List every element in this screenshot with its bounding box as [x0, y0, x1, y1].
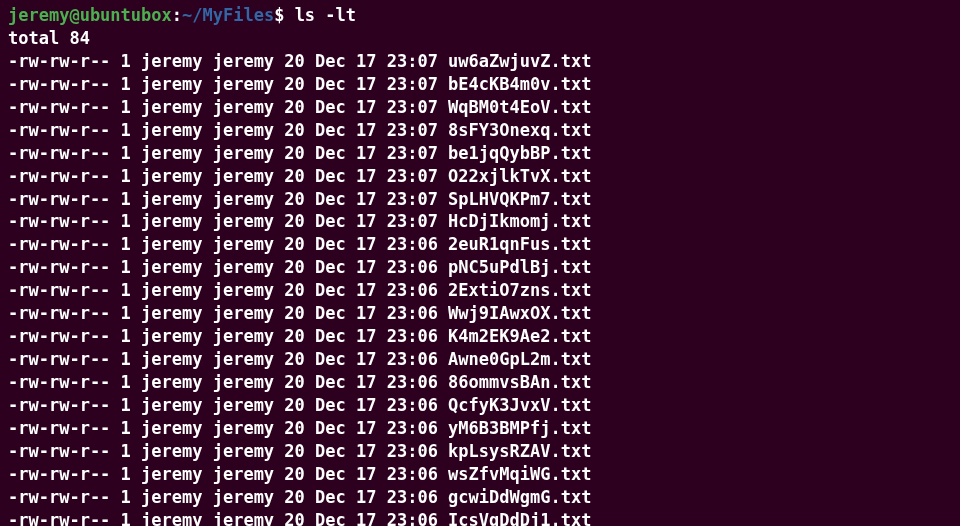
file-row: -rw-rw-r-- 1 jeremy jeremy 20 Dec 17 23:…: [8, 233, 952, 256]
file-row: -rw-rw-r-- 1 jeremy jeremy 20 Dec 17 23:…: [8, 256, 952, 279]
file-row: -rw-rw-r-- 1 jeremy jeremy 20 Dec 17 23:…: [8, 188, 952, 211]
cwd-path: ~/MyFiles: [182, 5, 274, 25]
file-row: -rw-rw-r-- 1 jeremy jeremy 20 Dec 17 23:…: [8, 119, 952, 142]
file-row: -rw-rw-r-- 1 jeremy jeremy 20 Dec 17 23:…: [8, 50, 952, 73]
terminal-output[interactable]: jeremy@ubuntubox:~/MyFiles$ ls -lttotal …: [8, 4, 952, 526]
file-row: -rw-rw-r-- 1 jeremy jeremy 20 Dec 17 23:…: [8, 142, 952, 165]
file-row: -rw-rw-r-- 1 jeremy jeremy 20 Dec 17 23:…: [8, 371, 952, 394]
file-row: -rw-rw-r-- 1 jeremy jeremy 20 Dec 17 23:…: [8, 417, 952, 440]
file-row: -rw-rw-r-- 1 jeremy jeremy 20 Dec 17 23:…: [8, 302, 952, 325]
file-row: -rw-rw-r-- 1 jeremy jeremy 20 Dec 17 23:…: [8, 509, 952, 526]
file-row: -rw-rw-r-- 1 jeremy jeremy 20 Dec 17 23:…: [8, 486, 952, 509]
total-line: total 84: [8, 27, 952, 50]
user-host: jeremy@ubuntubox: [8, 5, 172, 25]
command-text: ls -lt: [295, 5, 356, 25]
file-row: -rw-rw-r-- 1 jeremy jeremy 20 Dec 17 23:…: [8, 348, 952, 371]
file-row: -rw-rw-r-- 1 jeremy jeremy 20 Dec 17 23:…: [8, 463, 952, 486]
file-row: -rw-rw-r-- 1 jeremy jeremy 20 Dec 17 23:…: [8, 165, 952, 188]
file-row: -rw-rw-r-- 1 jeremy jeremy 20 Dec 17 23:…: [8, 73, 952, 96]
file-row: -rw-rw-r-- 1 jeremy jeremy 20 Dec 17 23:…: [8, 96, 952, 119]
file-row: -rw-rw-r-- 1 jeremy jeremy 20 Dec 17 23:…: [8, 440, 952, 463]
prompt-line-1: jeremy@ubuntubox:~/MyFiles$ ls -lt: [8, 4, 952, 27]
file-row: -rw-rw-r-- 1 jeremy jeremy 20 Dec 17 23:…: [8, 210, 952, 233]
file-row: -rw-rw-r-- 1 jeremy jeremy 20 Dec 17 23:…: [8, 394, 952, 417]
file-row: -rw-rw-r-- 1 jeremy jeremy 20 Dec 17 23:…: [8, 279, 952, 302]
file-row: -rw-rw-r-- 1 jeremy jeremy 20 Dec 17 23:…: [8, 325, 952, 348]
